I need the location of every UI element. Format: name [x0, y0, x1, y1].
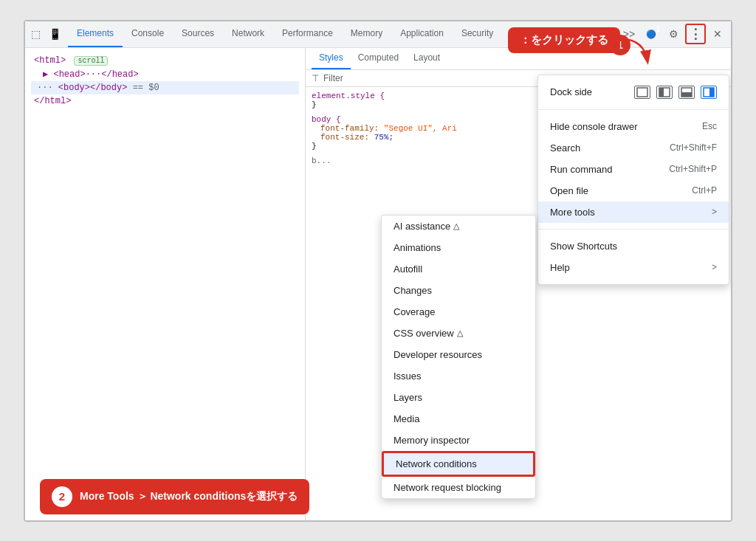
- dom-line-html-close: </html>: [31, 94, 299, 108]
- menu-open-file-shortcut: Ctrl+P: [692, 185, 717, 196]
- three-dots-button[interactable]: ⋮: [685, 24, 706, 44]
- menu-help[interactable]: Help >: [538, 257, 729, 278]
- devtools-left-icons: ⬚ 📱: [28, 27, 68, 41]
- menu-open-file-label: Open file: [550, 185, 588, 196]
- submenu-layers-label: Layers: [394, 392, 422, 403]
- menu-hide-console-shortcut: Esc: [702, 121, 717, 131]
- dom-line-html: <html> scroll: [31, 54, 299, 68]
- submenu-dev-resources[interactable]: Developer resources: [382, 344, 535, 365]
- tab-sources[interactable]: Sources: [173, 21, 223, 47]
- html-close-tag: </html>: [34, 96, 71, 106]
- dock-bottom-icon[interactable]: [678, 86, 695, 99]
- submenu-animations[interactable]: Animations: [382, 237, 535, 258]
- dock-right-icon[interactable]: [701, 86, 717, 99]
- menu-more-tools-arrow: >: [712, 207, 717, 217]
- submenu-issues-label: Issues: [394, 371, 422, 382]
- annotation-bottom-text: More Tools ＞ Network conditionsを選択する: [80, 490, 298, 503]
- svg-rect-2: [659, 88, 664, 97]
- body-eq: == $0: [133, 83, 159, 93]
- settings-button[interactable]: ⚙: [663, 24, 684, 44]
- submenu-ai-icon: △: [453, 221, 459, 231]
- submenu-layers[interactable]: Layers: [382, 387, 535, 408]
- inspect-icon[interactable]: ⬚: [28, 27, 43, 41]
- submenu-network-conditions-label: Network conditions: [396, 458, 477, 469]
- submenu-network-request-blocking[interactable]: Network request blocking: [382, 477, 535, 498]
- devtools-main-area: <html> scroll ▶ <head>···</head> ··· <bo…: [25, 48, 731, 520]
- submenu-changes-label: Changes: [394, 285, 432, 296]
- head-tag: ▶ <head>···</head>: [43, 69, 139, 80]
- submenu-changes[interactable]: Changes: [382, 280, 535, 301]
- curved-arrow: [614, 32, 659, 76]
- submenu-coverage-label: Coverage: [394, 306, 435, 317]
- svg-rect-4: [681, 92, 692, 97]
- menu-main-items: Hide console drawer Esc Search Ctrl+Shif…: [538, 110, 729, 230]
- svg-rect-6: [709, 88, 714, 97]
- menu-open-file[interactable]: Open file Ctrl+P: [538, 180, 729, 201]
- dock-left-icon[interactable]: [656, 86, 673, 99]
- menu-search-shortcut: Ctrl+Shift+F: [670, 142, 717, 153]
- menu-show-shortcuts-label: Show Shortcuts: [550, 241, 617, 252]
- menu-bottom-items: Show Shortcuts Help >: [538, 230, 729, 284]
- body-open-tag: <body></body>: [58, 83, 128, 93]
- menu-more-tools[interactable]: More tools >: [538, 201, 729, 223]
- scroll-badge: scroll: [74, 56, 108, 66]
- menu-run-command[interactable]: Run command Ctrl+Shift+P: [538, 159, 729, 180]
- menu-search[interactable]: Search Ctrl+Shift+F: [538, 137, 729, 159]
- dock-icons: [634, 86, 717, 99]
- submenu-autofill[interactable]: Autofill: [382, 258, 535, 280]
- submenu-css-overview-label: CSS overview: [394, 328, 454, 339]
- menu-help-label: Help: [550, 262, 570, 273]
- submenu-memory-inspector-label: Memory inspector: [394, 435, 470, 446]
- submenu-media[interactable]: Media: [382, 408, 535, 430]
- menu-hide-console[interactable]: Hide console drawer Esc: [538, 116, 729, 137]
- submenu-dev-resources-label: Developer resources: [394, 349, 482, 360]
- html-tag: <html>: [34, 55, 66, 66]
- subtab-layout[interactable]: Layout: [406, 48, 447, 69]
- close-button[interactable]: ✕: [707, 24, 728, 44]
- filter-icon: ⊤: [312, 73, 319, 83]
- subtab-computed[interactable]: Computed: [351, 48, 406, 69]
- submenu-network-conditions[interactable]: Network conditions: [382, 451, 535, 477]
- submenu-network-request-blocking-label: Network request blocking: [394, 482, 501, 493]
- menu-show-shortcuts[interactable]: Show Shortcuts: [538, 235, 729, 257]
- menu-hide-console-label: Hide console drawer: [550, 121, 638, 132]
- tab-network[interactable]: Network: [223, 21, 273, 47]
- submenu-memory-inspector[interactable]: Memory inspector: [382, 430, 535, 451]
- menu-help-arrow: >: [712, 262, 717, 272]
- submenu-css-overview-icon: △: [457, 328, 463, 338]
- dock-section: Dock side: [538, 75, 729, 110]
- devtools-window: ⬚ 📱 Elements Console Sources Network Per…: [24, 20, 732, 522]
- dropdown-menu: Dock side: [537, 75, 729, 285]
- submenu-css-overview[interactable]: CSS overview △: [382, 323, 535, 344]
- submenu-ai-label: AI assistance: [394, 221, 450, 232]
- annotation-circle-2: 2: [52, 486, 72, 507]
- dock-label: Dock side: [550, 86, 592, 97]
- dock-undock-icon[interactable]: [634, 86, 650, 99]
- dom-tree-panel: <html> scroll ▶ <head>···</head> ··· <bo…: [25, 48, 306, 520]
- menu-search-label: Search: [550, 142, 580, 154]
- submenu-animations-label: Animations: [394, 242, 441, 253]
- tab-application[interactable]: Application: [391, 21, 453, 47]
- device-icon[interactable]: 📱: [47, 27, 62, 41]
- tab-elements[interactable]: Elements: [68, 21, 123, 47]
- filter-label: Filter: [323, 73, 343, 83]
- tab-memory[interactable]: Memory: [342, 21, 391, 47]
- submenu-autofill-label: Autofill: [394, 263, 422, 275]
- tab-performance[interactable]: Performance: [273, 21, 342, 47]
- menu-run-command-label: Run command: [550, 164, 613, 175]
- submenu-ai[interactable]: AI assistance △: [382, 216, 535, 237]
- dom-ellipsis: ···: [37, 83, 53, 93]
- menu-more-tools-label: More tools: [550, 207, 595, 218]
- dom-line-body[interactable]: ··· <body></body> == $0: [31, 81, 299, 94]
- tab-console[interactable]: Console: [123, 21, 173, 47]
- tab-security[interactable]: Security: [453, 21, 502, 47]
- submenu-coverage[interactable]: Coverage: [382, 301, 535, 323]
- annotation-bubble-top: ：をクリックする: [508, 27, 620, 53]
- dock-row: Dock side: [538, 81, 729, 103]
- submenu-more-tools: AI assistance △ Animations Autofill Chan…: [381, 215, 536, 499]
- submenu-issues[interactable]: Issues: [382, 365, 535, 387]
- subtab-styles[interactable]: Styles: [312, 48, 351, 69]
- svg-rect-0: [637, 88, 647, 97]
- menu-run-command-shortcut: Ctrl+Shift+P: [669, 164, 717, 174]
- annotation-bottom: 2 More Tools ＞ Network conditionsを選択する: [40, 479, 309, 514]
